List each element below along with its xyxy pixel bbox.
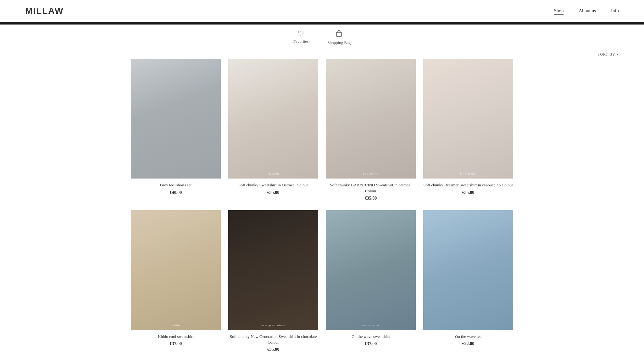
product-image: on the wave <box>326 210 416 330</box>
product-image <box>131 59 221 179</box>
product-card[interactable]: On the wave tee €22.00 <box>419 210 517 358</box>
product-image: kiddo <box>131 210 221 330</box>
shopping-bag-button[interactable]: Shopping Bag <box>327 30 351 45</box>
product-image-label: kiddo <box>171 323 180 327</box>
product-price: €35.00 <box>228 190 318 195</box>
product-image-label: babyccino <box>363 172 379 175</box>
product-card[interactable]: vitamin Soft chunky Sweatshirt in Oatmea… <box>225 59 322 210</box>
product-card[interactable]: kiddo Kiddo cool sweatshirt €37.00 <box>127 210 225 358</box>
product-card[interactable]: on the wave On the wave sweatshirt €37.0… <box>322 210 419 358</box>
product-image-label: on the wave <box>362 323 380 327</box>
sort-label: SORT BY <box>598 52 615 57</box>
nav-info[interactable]: Info <box>611 8 619 14</box>
product-image-label: new generation <box>261 323 285 327</box>
product-price: €35.00 <box>228 347 318 352</box>
product-price: €37.00 <box>326 341 416 346</box>
product-image <box>423 210 513 330</box>
heart-icon: ♡ <box>298 30 304 37</box>
site-header: MILLAW Shop About us Info <box>0 0 644 22</box>
bag-label: Shopping Bag <box>327 40 351 45</box>
nav-about[interactable]: About us <box>579 8 596 14</box>
product-image-label: DREAMER <box>460 172 476 175</box>
product-price: €40.00 <box>131 190 221 195</box>
product-card[interactable]: new generation Soft chunky New Generatio… <box>225 210 322 358</box>
product-image-label: vitamin <box>268 172 279 175</box>
product-price: €35.00 <box>423 190 513 195</box>
chevron-down-icon: ▾ <box>617 52 619 57</box>
sort-bar: SORT BY ▾ <box>0 49 644 59</box>
product-name: Kiddo cool sweatshirt <box>131 334 221 339</box>
product-price: €37.00 <box>131 341 221 346</box>
product-name: Soft chunky Sweatshirt in Oatmeal Colour <box>228 182 318 188</box>
product-price: €22.00 <box>423 341 513 346</box>
product-image: babyccino <box>326 59 416 179</box>
product-name: Grey tee+shorts set <box>131 182 221 188</box>
favorites-button[interactable]: ♡ Favorites <box>293 30 308 45</box>
product-grid: Grey tee+shorts set €40.00 vitamin Soft … <box>102 59 542 358</box>
product-name: On the wave tee <box>423 334 513 339</box>
product-image: DREAMER <box>423 59 513 179</box>
product-image: new generation <box>228 210 318 330</box>
dark-banner <box>0 22 644 25</box>
sort-button[interactable]: SORT BY ▾ <box>598 52 619 57</box>
toolbar: ♡ Favorites Shopping Bag <box>0 25 644 49</box>
bag-icon <box>336 30 342 38</box>
product-card[interactable]: Grey tee+shorts set €40.00 <box>127 59 225 210</box>
product-card[interactable]: babyccino Soft chunky BABYCCINO Sweatshi… <box>322 59 419 210</box>
favorites-label: Favorites <box>293 39 308 44</box>
product-name: Soft chunky New Generation Sweatshirt in… <box>228 334 318 345</box>
product-name: Soft chunky Dreamer Sweatshirt in cappuc… <box>423 182 513 188</box>
nav-shop[interactable]: Shop <box>554 8 564 14</box>
svg-rect-0 <box>336 32 341 36</box>
product-price: €35.00 <box>326 196 416 201</box>
product-name: On the wave sweatshirt <box>326 334 416 339</box>
product-name: Soft chunky BABYCCINO Sweatshirt in oatm… <box>326 182 416 194</box>
product-image: vitamin <box>228 59 318 179</box>
main-nav: Shop About us Info <box>554 8 619 14</box>
product-card[interactable]: DREAMER Soft chunky Dreamer Sweatshirt i… <box>419 59 517 210</box>
site-logo[interactable]: MILLAW <box>25 6 64 16</box>
